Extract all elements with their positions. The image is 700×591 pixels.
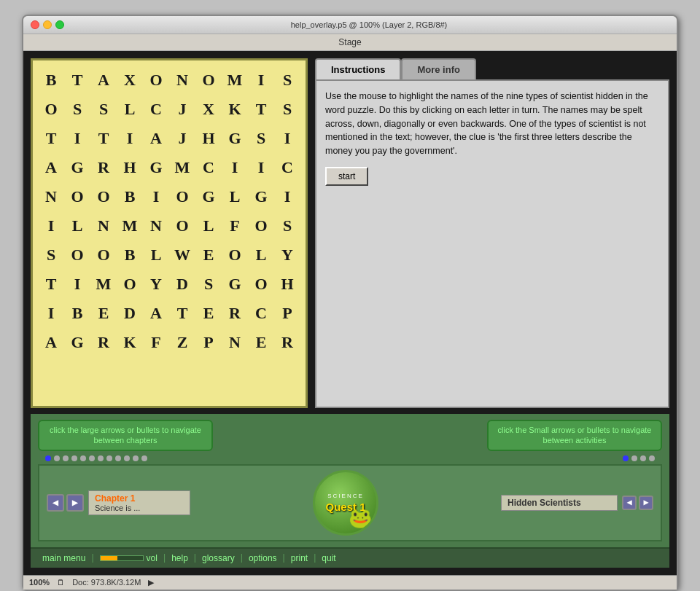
chapter-dot-9[interactable]: [115, 455, 121, 461]
grid-cell[interactable]: O: [39, 95, 63, 123]
grid-cell[interactable]: R: [275, 329, 300, 356]
grid-cell[interactable]: R: [91, 329, 116, 356]
grid-cell[interactable]: F: [222, 212, 247, 240]
grid-cell[interactable]: A: [39, 329, 63, 356]
grid-cell[interactable]: A: [39, 154, 63, 181]
grid-cell[interactable]: A: [91, 66, 116, 94]
grid-cell[interactable]: T: [170, 300, 195, 327]
activity-dot-4[interactable]: [649, 455, 655, 461]
grid-cell[interactable]: A: [144, 300, 168, 327]
menu-main[interactable]: main menu: [38, 553, 90, 563]
chapter-dot-2[interactable]: [54, 455, 60, 461]
grid-cell[interactable]: L: [117, 95, 142, 123]
grid-cell[interactable]: K: [117, 329, 142, 356]
grid-cell[interactable]: S: [65, 95, 90, 123]
grid-cell[interactable]: G: [144, 154, 168, 181]
grid-cell[interactable]: T: [249, 95, 273, 123]
chapter-dot-1[interactable]: [45, 455, 51, 461]
tab-instructions[interactable]: Instructions: [315, 58, 401, 79]
start-button[interactable]: start: [325, 167, 368, 186]
volume-bar[interactable]: [100, 555, 144, 561]
activity-dot-1[interactable]: [623, 455, 629, 461]
menu-print[interactable]: print: [287, 553, 312, 563]
chapter-dot-10[interactable]: [124, 455, 130, 461]
grid-cell[interactable]: I: [144, 183, 168, 211]
minimize-button[interactable]: [43, 20, 52, 29]
chapter-dot-6[interactable]: [89, 455, 95, 461]
grid-cell[interactable]: X: [117, 66, 142, 94]
grid-cell[interactable]: D: [170, 270, 195, 298]
grid-cell[interactable]: I: [275, 125, 300, 152]
grid-cell[interactable]: I: [39, 300, 63, 327]
activity-prev-button[interactable]: ◀: [622, 496, 637, 510]
grid-cell[interactable]: L: [144, 241, 168, 269]
grid-cell[interactable]: M: [91, 270, 116, 298]
grid-cell[interactable]: H: [117, 154, 142, 181]
grid-cell[interactable]: O: [65, 183, 90, 211]
grid-cell[interactable]: N: [170, 66, 195, 94]
grid-cell[interactable]: S: [275, 212, 300, 240]
grid-cell[interactable]: I: [275, 183, 300, 211]
chapter-dot-12[interactable]: [141, 455, 147, 461]
volume-control[interactable]: vol: [96, 553, 162, 563]
grid-cell[interactable]: M: [222, 66, 247, 94]
grid-cell[interactable]: X: [196, 95, 221, 123]
close-button[interactable]: [31, 20, 39, 29]
grid-cell[interactable]: S: [249, 125, 273, 152]
grid-cell[interactable]: G: [196, 183, 221, 211]
grid-cell[interactable]: O: [170, 183, 195, 211]
tab-more-info[interactable]: More info: [401, 58, 476, 79]
grid-cell[interactable]: P: [196, 329, 221, 356]
grid-cell[interactable]: T: [65, 66, 90, 94]
grid-cell[interactable]: I: [65, 270, 90, 298]
chapter-dot-3[interactable]: [63, 455, 69, 461]
grid-cell[interactable]: I: [39, 212, 63, 240]
grid-cell[interactable]: B: [117, 241, 142, 269]
grid-cell[interactable]: J: [170, 95, 195, 123]
activity-dot-2[interactable]: [631, 455, 637, 461]
grid-cell[interactable]: G: [65, 154, 90, 181]
grid-cell[interactable]: O: [222, 241, 247, 269]
grid-cell[interactable]: S: [91, 95, 116, 123]
grid-cell[interactable]: O: [170, 212, 195, 240]
grid-cell[interactable]: M: [170, 154, 195, 181]
menu-help[interactable]: help: [167, 553, 192, 563]
grid-cell[interactable]: K: [222, 95, 247, 123]
menu-quit[interactable]: quit: [317, 553, 340, 563]
grid-cell[interactable]: O: [249, 212, 273, 240]
grid-cell[interactable]: I: [222, 154, 247, 181]
grid-cell[interactable]: H: [275, 270, 300, 298]
grid-cell[interactable]: B: [39, 66, 63, 94]
grid-cell[interactable]: C: [275, 154, 300, 181]
grid-cell[interactable]: G: [222, 270, 247, 298]
grid-cell[interactable]: O: [91, 183, 116, 211]
grid-cell[interactable]: W: [170, 241, 195, 269]
grid-cell[interactable]: T: [39, 125, 63, 152]
grid-cell[interactable]: E: [249, 329, 273, 356]
grid-cell[interactable]: R: [91, 154, 116, 181]
grid-cell[interactable]: S: [275, 95, 300, 123]
grid-cell[interactable]: E: [91, 300, 116, 327]
grid-cell[interactable]: T: [91, 125, 116, 152]
chapter-dot-7[interactable]: [98, 455, 104, 461]
grid-cell[interactable]: O: [65, 241, 90, 269]
chapter-next-button[interactable]: ▶: [66, 494, 84, 512]
maximize-button[interactable]: [55, 20, 64, 29]
grid-cell[interactable]: O: [249, 270, 273, 298]
grid-cell[interactable]: O: [196, 66, 221, 94]
grid-cell[interactable]: C: [249, 300, 273, 327]
grid-cell[interactable]: Y: [275, 241, 300, 269]
chapter-dot-11[interactable]: [133, 455, 139, 461]
grid-cell[interactable]: O: [117, 270, 142, 298]
grid-cell[interactable]: E: [196, 241, 221, 269]
grid-cell[interactable]: N: [39, 183, 63, 211]
grid-cell[interactable]: L: [65, 212, 90, 240]
grid-cell[interactable]: I: [117, 125, 142, 152]
grid-cell[interactable]: L: [249, 241, 273, 269]
chapter-dot-5[interactable]: [80, 455, 86, 461]
grid-cell[interactable]: N: [144, 212, 168, 240]
grid-cell[interactable]: C: [196, 154, 221, 181]
chapter-dot-8[interactable]: [106, 455, 112, 461]
grid-cell[interactable]: E: [196, 300, 221, 327]
chapter-prev-button[interactable]: ◀: [47, 494, 64, 512]
